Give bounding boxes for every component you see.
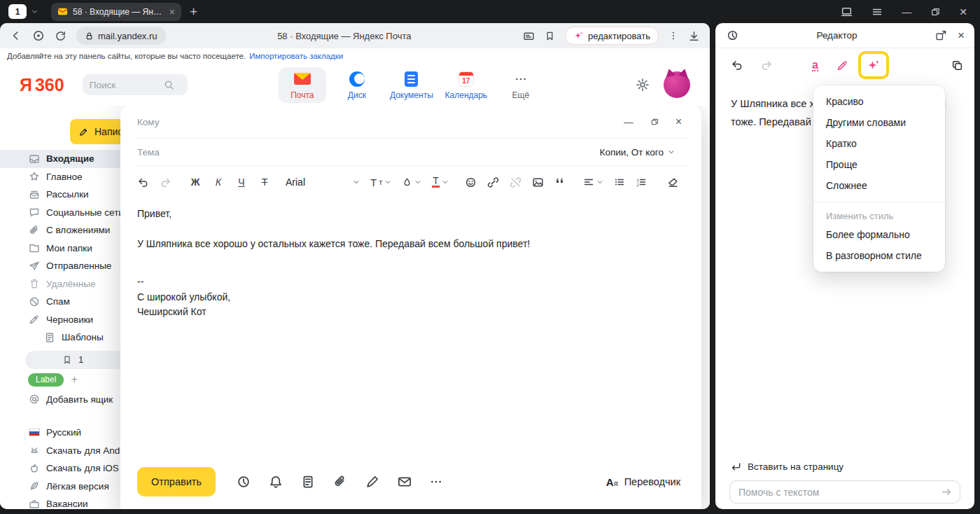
undo-icon[interactable] — [137, 176, 149, 188]
sidebar-item-sent[interactable]: Отправленные — [0, 257, 120, 275]
rewrite-icon[interactable] — [836, 60, 848, 71]
insert-to-page-button[interactable]: Вставить на страницу — [729, 461, 960, 472]
service-disk[interactable]: Диск — [333, 67, 381, 103]
undo-icon[interactable] — [731, 59, 743, 71]
service-mail[interactable]: Почта — [279, 67, 326, 103]
window-close-button[interactable]: ✕ — [959, 7, 967, 17]
quote-icon[interactable] — [554, 176, 566, 188]
refresh-button[interactable] — [55, 30, 66, 42]
eraser-icon[interactable] — [667, 176, 679, 188]
download-icon[interactable] — [688, 30, 700, 42]
sidebar-item-drafts[interactable]: Черновики — [0, 311, 120, 329]
template-icon[interactable] — [301, 475, 315, 489]
reminder-bell-icon[interactable] — [269, 475, 283, 489]
subject-field-label[interactable]: Тема — [137, 147, 160, 158]
sidebar-item-deleted[interactable]: Удалённые — [0, 275, 120, 293]
sidebar-item-social[interactable]: Социальные сети — [0, 204, 120, 222]
menu-item-complexify[interactable]: Сложнее — [813, 175, 945, 196]
yandex360-logo[interactable]: Я 360 — [20, 75, 64, 95]
align-select[interactable] — [583, 176, 603, 188]
numbered-list-icon[interactable]: 12 — [636, 176, 647, 188]
vacancies-item[interactable]: Вакансии — [0, 495, 120, 509]
insert-image-icon[interactable] — [532, 176, 544, 188]
translator-button[interactable]: Ая Переводчик — [606, 476, 680, 488]
search-input[interactable] — [90, 80, 160, 90]
sidebar-item-inbox[interactable]: Входящие — [0, 150, 120, 168]
open-in-window-icon[interactable] — [935, 30, 946, 41]
settings-gear-icon[interactable] — [636, 78, 650, 92]
schedule-send-icon[interactable] — [237, 475, 251, 489]
address-bar[interactable]: mail.yandex.ru — [76, 27, 166, 45]
bookmarks-filter[interactable]: 1 — [25, 351, 120, 369]
compose-minimize-icon[interactable]: — — [624, 117, 634, 127]
underline-button[interactable]: Ч — [235, 176, 248, 188]
sidebar-item-newsletters[interactable]: Рассылки — [0, 186, 120, 204]
sidebar-item-myfolders[interactable]: Мои папки — [0, 239, 120, 258]
redo-icon[interactable] — [760, 59, 773, 71]
envelope-icon[interactable] — [398, 475, 412, 489]
tab-counter[interactable]: 1 — [8, 4, 27, 19]
text-color-select[interactable]: Т — [432, 176, 449, 188]
search-box[interactable] — [83, 74, 188, 95]
menu-item-formal[interactable]: Более формально — [813, 224, 945, 245]
font-size-select[interactable]: Тт — [370, 176, 391, 188]
redo-icon[interactable] — [160, 176, 172, 188]
service-documents[interactable]: Документы — [388, 67, 435, 103]
download-android-item[interactable]: Скачать для Android — [0, 442, 120, 460]
tab-list-chevron-icon[interactable] — [31, 8, 38, 15]
menu-item-rephrase[interactable]: Другими словами — [813, 112, 945, 133]
menu-icon[interactable] — [872, 6, 883, 18]
highlight-color-select[interactable] — [402, 177, 421, 188]
ai-assist-button[interactable] — [858, 51, 889, 79]
ai-prompt-input[interactable] — [738, 487, 935, 498]
to-field-label[interactable]: Кому — [137, 117, 160, 127]
panel-close-icon[interactable]: × — [958, 29, 965, 41]
download-ios-item[interactable]: Скачать для iOS — [0, 459, 120, 478]
window-restore-button[interactable] — [930, 7, 940, 17]
signature-pen-icon[interactable] — [365, 475, 379, 489]
menu-item-beautify[interactable]: Красиво — [813, 91, 945, 112]
unlink-icon[interactable] — [510, 176, 522, 188]
sidebar-item-spam[interactable]: Спам — [0, 293, 120, 311]
copy-icon[interactable] — [951, 60, 963, 71]
window-minimize-button[interactable]: — — [902, 7, 911, 17]
italic-button[interactable]: К — [212, 176, 225, 188]
spellcheck-icon[interactable]: a — [812, 60, 818, 71]
light-version-item[interactable]: Лёгкая версия — [0, 478, 120, 496]
avatar[interactable] — [664, 71, 690, 98]
compose-restore-icon[interactable] — [650, 118, 659, 126]
sidebar-item-attachments[interactable]: С вложениями — [0, 221, 120, 239]
edit-with-ai-button[interactable]: редактировать — [565, 27, 659, 45]
service-calendar[interactable]: 17 Календарь — [442, 67, 490, 103]
compose-close-icon[interactable]: × — [676, 116, 682, 128]
attach-file-icon[interactable] — [333, 475, 347, 489]
ai-prompt-box[interactable] — [729, 480, 960, 503]
emoji-icon[interactable] — [465, 176, 477, 188]
bullet-list-icon[interactable] — [614, 176, 625, 188]
add-label-icon[interactable]: + — [71, 374, 77, 385]
more-options-icon[interactable] — [430, 475, 442, 488]
label-badge[interactable]: Label — [28, 373, 64, 387]
import-bookmarks-link[interactable]: Импортировать закладки — [249, 52, 343, 60]
devices-icon[interactable] — [841, 6, 853, 18]
menu-item-shorten[interactable]: Кратко — [813, 133, 945, 154]
send-button[interactable]: Отправить — [137, 467, 216, 496]
submit-arrow-icon[interactable] — [941, 486, 953, 498]
font-family-select[interactable]: Arial — [286, 176, 360, 188]
more-menu-icon[interactable] — [668, 31, 678, 41]
history-clock-icon[interactable] — [727, 29, 738, 41]
add-mailbox-item[interactable]: Добавить ящик — [0, 391, 120, 409]
bookmark-flag-icon[interactable] — [545, 31, 555, 41]
mail-preview-icon[interactable] — [523, 30, 535, 42]
assistant-icon[interactable] — [32, 29, 45, 42]
tab-close-icon[interactable]: × — [169, 7, 175, 17]
browser-tab[interactable]: 58 · Входящие — Яндекс Почта × — [51, 3, 181, 21]
new-tab-button[interactable]: + — [190, 5, 197, 18]
strikethrough-button[interactable]: Т — [258, 176, 271, 188]
back-button[interactable] — [10, 29, 22, 42]
email-body[interactable]: Привет, У Шляпника все хорошо у остальны… — [120, 198, 701, 454]
service-more[interactable]: Ещё — [497, 67, 545, 103]
link-icon[interactable] — [487, 176, 499, 188]
language-item[interactable]: Русский — [0, 424, 120, 442]
cc-from-toggle[interactable]: Копии, От кого — [600, 147, 675, 158]
